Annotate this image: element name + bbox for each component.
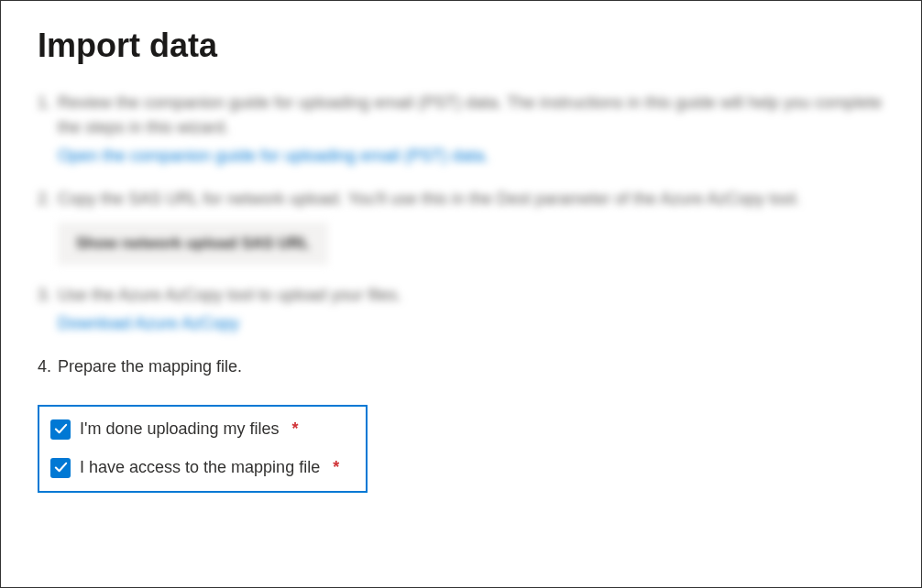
- required-indicator: *: [333, 458, 339, 477]
- checkbox-have-mapping-label: I have access to the mapping file: [80, 458, 320, 477]
- step-2-text: Copy the SAS URL for network upload. You…: [58, 190, 800, 208]
- step-1: 1. Review the companion guide for upload…: [38, 91, 884, 169]
- step-1-text: Review the companion guide for uploading…: [58, 93, 882, 136]
- step-4-text: Prepare the mapping file.: [58, 357, 242, 376]
- confirmation-checkboxes: I'm done uploading my files * I have acc…: [38, 405, 368, 493]
- checkbox-done-uploading[interactable]: [50, 419, 71, 440]
- step-3: 3. Use the Azure AzCopy tool to upload y…: [38, 283, 884, 336]
- show-sas-url-button[interactable]: Show network upload SAS URL: [58, 223, 328, 265]
- checkbox-done-uploading-label: I'm done uploading my files: [80, 419, 280, 439]
- checkbox-have-mapping-row: I have access to the mapping file *: [50, 458, 355, 478]
- step-3-link[interactable]: Download Azure AzCopy: [58, 311, 884, 336]
- step-2-number: 2.: [38, 187, 51, 212]
- step-1-number: 1.: [38, 91, 51, 115]
- required-indicator: *: [292, 419, 299, 439]
- step-1-link[interactable]: Open the companion guide for uploading e…: [58, 144, 884, 169]
- step-3-text: Use the Azure AzCopy tool to upload your…: [58, 286, 401, 304]
- step-3-number: 3.: [38, 283, 51, 308]
- checkbox-have-mapping[interactable]: [50, 458, 71, 478]
- checkmark-icon: [54, 461, 68, 474]
- page-title: Import data: [38, 27, 884, 65]
- checkmark-icon: [54, 422, 68, 436]
- step-4: 4. Prepare the mapping file.: [38, 354, 884, 379]
- step-4-number: 4.: [38, 354, 51, 379]
- checkbox-done-uploading-row: I'm done uploading my files *: [50, 419, 355, 440]
- wizard-steps: 1. Review the companion guide for upload…: [38, 91, 884, 379]
- step-2: 2. Copy the SAS URL for network upload. …: [38, 187, 884, 265]
